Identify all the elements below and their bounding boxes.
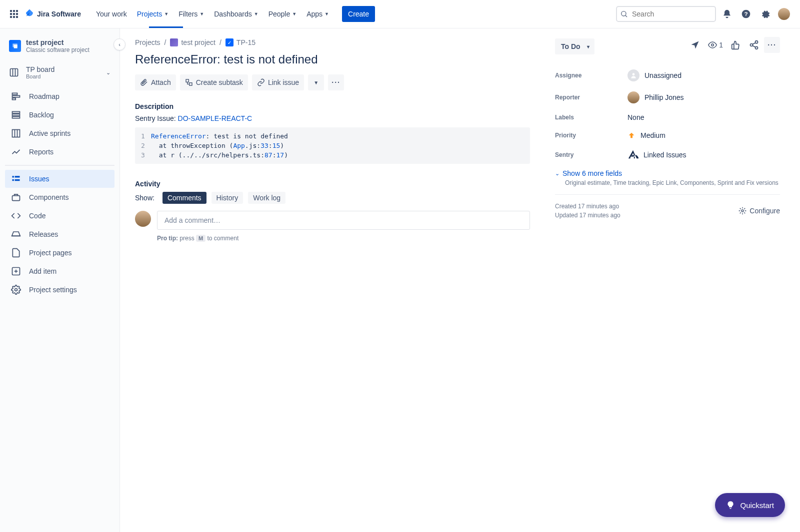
nav-projects[interactable]: Projects▼ <box>133 6 173 22</box>
nav-dashboards[interactable]: Dashboards▼ <box>210 6 262 22</box>
sidebar-item-add-item[interactable]: Add item <box>5 262 114 280</box>
svg-text:?: ? <box>744 10 748 17</box>
notifications-icon[interactable] <box>719 6 735 22</box>
svg-rect-2 <box>16 10 18 12</box>
sidebar-item-backlog[interactable]: Backlog <box>5 106 114 124</box>
sidebar-item-project-settings[interactable]: Project settings <box>5 281 114 299</box>
sidebar-item-components[interactable]: Components <box>5 188 114 206</box>
configure-button[interactable]: Configure <box>738 203 780 219</box>
nav-your-work[interactable]: Your work <box>92 6 131 22</box>
nav-filters[interactable]: Filters▼ <box>174 6 208 22</box>
board-selector[interactable]: TP board Board ⌄ <box>5 61 114 83</box>
profile-avatar[interactable] <box>776 6 792 22</box>
field-priority[interactable]: Priority Medium <box>555 126 780 144</box>
comment-input[interactable]: Add a comment… <box>157 211 530 230</box>
status-dropdown[interactable]: To Do <box>555 38 594 54</box>
create-subtask-button[interactable]: Create subtask <box>180 74 248 90</box>
search-input[interactable] <box>616 6 716 22</box>
sidebar-item-releases[interactable]: Releases <box>5 225 114 243</box>
field-assignee[interactable]: Assignee Unassigned <box>555 64 780 86</box>
sidebar-divider <box>5 165 114 166</box>
sidebar-item-roadmap[interactable]: Roadmap <box>5 87 114 105</box>
search-icon <box>620 10 628 18</box>
chevron-down-icon: ▼ <box>324 11 329 16</box>
link-dropdown-button[interactable]: ▼ <box>308 74 324 90</box>
svg-rect-16 <box>12 93 18 94</box>
more-icon[interactable]: ··· <box>764 37 780 53</box>
show-more-fields[interactable]: ⌄ Show 6 more fields <box>555 169 780 177</box>
tab-work-log[interactable]: Work log <box>248 192 286 204</box>
collapse-sidebar-icon[interactable]: ‹ <box>114 38 126 50</box>
svg-line-10 <box>626 15 627 16</box>
help-icon[interactable]: ? <box>738 6 754 22</box>
sidebar-item-project-pages[interactable]: Project pages <box>5 244 114 262</box>
svg-rect-7 <box>13 16 15 18</box>
top-nav: Jira Software Your work Projects▼ Filter… <box>0 0 800 28</box>
code-icon <box>10 211 22 221</box>
svg-rect-6 <box>10 16 12 18</box>
breadcrumb-project[interactable]: test project <box>181 38 215 46</box>
issue-actions: Attach Create subtask Link issue ▼ ··· <box>135 74 530 90</box>
sidebar-item-issues[interactable]: Issues <box>5 170 114 188</box>
activity-tabs: Show: Comments History Work log <box>135 192 530 204</box>
divider <box>555 194 780 195</box>
field-sentry[interactable]: Sentry Linked Issues <box>555 144 780 165</box>
field-reporter[interactable]: Reporter Phillip Jones <box>555 86 780 108</box>
add-icon <box>10 266 22 276</box>
project-header[interactable]: test project Classic software project <box>5 38 114 61</box>
app-switcher-icon[interactable] <box>8 8 20 20</box>
svg-rect-26 <box>15 176 20 177</box>
sidebar-item-reports[interactable]: Reports <box>5 143 114 161</box>
issue-title[interactable]: ReferenceError: test is not defined <box>135 52 530 66</box>
components-icon <box>10 192 22 202</box>
sentry-issue-link[interactable]: DO-SAMPLE-REACT-C <box>178 114 252 122</box>
svg-rect-22 <box>12 130 20 137</box>
svg-point-34 <box>15 289 18 291</box>
project-name: test project <box>26 38 90 46</box>
sentry-icon <box>628 149 638 160</box>
vote-icon[interactable] <box>728 37 744 53</box>
jira-logo[interactable]: Jira Software <box>24 8 81 19</box>
more-actions-button[interactable]: ··· <box>328 74 344 90</box>
svg-point-37 <box>632 73 635 75</box>
attach-button[interactable]: Attach <box>135 74 176 90</box>
tab-history[interactable]: History <box>212 192 244 204</box>
svg-point-40 <box>756 41 758 43</box>
share-icon[interactable] <box>746 37 762 53</box>
task-icon: ✓ <box>226 38 234 46</box>
activity-heading: Activity <box>135 180 530 188</box>
search-box <box>616 6 716 22</box>
svg-rect-36 <box>189 83 192 85</box>
board-sub: Board <box>26 73 54 79</box>
svg-rect-5 <box>16 13 18 15</box>
code-block: 1ReferenceError: test is not defined 2 a… <box>135 127 530 164</box>
project-icon <box>9 40 21 52</box>
logo-text: Jira Software <box>37 10 81 18</box>
create-button[interactable]: Create <box>342 6 375 22</box>
project-type: Classic software project <box>26 46 90 53</box>
svg-point-42 <box>756 46 758 49</box>
quickstart-button[interactable]: Quickstart <box>715 493 785 517</box>
nav-apps[interactable]: Apps▼ <box>302 6 333 22</box>
sidebar: ‹ test project Classic software project … <box>0 28 120 532</box>
svg-rect-18 <box>12 98 16 99</box>
give-feedback-icon[interactable] <box>687 37 703 53</box>
settings-icon[interactable] <box>757 6 773 22</box>
svg-point-38 <box>742 210 744 212</box>
sidebar-item-active-sprints[interactable]: Active sprints <box>5 124 114 142</box>
nav-items: Your work Projects▼ Filters▼ Dashboards▼… <box>91 6 375 22</box>
board-icon <box>9 67 19 77</box>
link-issue-button[interactable]: Link issue <box>252 74 304 90</box>
field-labels[interactable]: Labels None <box>555 108 780 126</box>
breadcrumb-issue[interactable]: TP-15 <box>236 38 256 46</box>
created-time: Created 17 minutes ago <box>555 203 620 210</box>
show-label: Show: <box>135 194 154 202</box>
watchers-button[interactable]: 1 <box>705 40 726 49</box>
tab-comments[interactable]: Comments <box>162 192 206 204</box>
sidebar-item-code[interactable]: Code <box>5 207 114 225</box>
svg-rect-3 <box>10 13 12 15</box>
nav-people[interactable]: People▼ <box>264 6 301 22</box>
description-text[interactable]: Sentry Issue: DO-SAMPLE-REACT-C <box>135 114 530 122</box>
breadcrumb-projects[interactable]: Projects <box>135 38 160 46</box>
svg-line-44 <box>752 45 756 47</box>
